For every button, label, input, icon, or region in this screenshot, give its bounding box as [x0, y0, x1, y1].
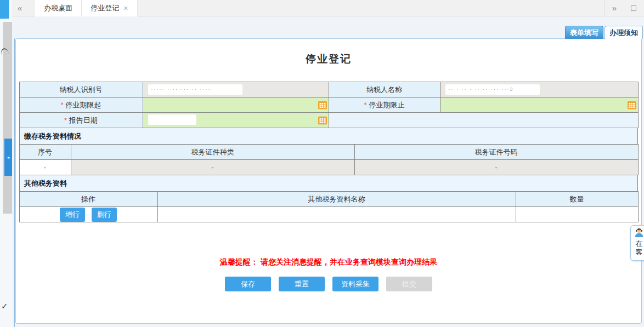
- reminder-prefix: 温馨提醒：: [220, 257, 258, 266]
- taxpayer-name-value: ·· · ·· · ·· ······ ···3: [445, 84, 540, 95]
- cell-cert-number: -: [354, 160, 638, 175]
- delete-row-button[interactable]: 删行: [92, 208, 117, 222]
- tab-suspension-registration[interactable]: 停业登记 ×: [82, 0, 137, 16]
- tab-handling-notice[interactable]: 办理须知: [605, 26, 643, 39]
- collapse-tabs-icon[interactable]: «: [18, 0, 22, 16]
- col-header-material-name: 其他税务资料名称: [157, 192, 516, 207]
- add-row-button[interactable]: 增行: [60, 208, 85, 222]
- taxpayer-id-cell: ····· ··········· ····: [143, 82, 329, 97]
- taxpayer-id-value: ····· ··········· ····: [148, 84, 242, 95]
- cell-cert-type: -: [71, 160, 354, 175]
- required-mark: *: [61, 101, 64, 109]
- collect-materials-button[interactable]: 资料采集: [332, 277, 379, 291]
- calendar-icon[interactable]: [318, 116, 327, 124]
- expand-tabs-icon[interactable]: »: [612, 3, 617, 13]
- report-date-input[interactable]: [143, 113, 329, 128]
- form-panel: 停业登记 纳税人识别号 ····· ··········· ···· 纳税人名称…: [15, 38, 642, 324]
- taxpayer-id-label: 纳税人识别号: [19, 82, 143, 97]
- table-row: 增行 删行: [19, 207, 638, 222]
- col-header-seq: 序号: [19, 145, 71, 160]
- top-tab-bar: « 办税桌面 停业登记 × »: [12, 0, 644, 16]
- panel-tab-row: 表单填写 办理须知: [565, 26, 643, 39]
- suspend-start-input[interactable]: [143, 97, 329, 113]
- left-arrow-icon: ◄: [7, 156, 10, 159]
- tab-form-fill[interactable]: 表单填写: [565, 26, 603, 39]
- customer-service-avatar-icon: [634, 227, 644, 237]
- suspend-end-label: *停业期限止: [329, 97, 440, 113]
- report-date-value: [148, 114, 196, 125]
- col-header-cert-type: 税务证件种类: [71, 145, 354, 160]
- service-label-char-2: 客: [632, 248, 644, 257]
- col-header-cert-number: 税务证件号码: [354, 145, 638, 160]
- label-text: 停业期限起: [65, 101, 101, 109]
- taxpayer-info-table: 纳税人识别号 ····· ··········· ···· 纳税人名称 ·· ·…: [19, 82, 639, 128]
- reset-button[interactable]: 重置: [279, 277, 325, 291]
- calendar-icon[interactable]: [318, 101, 327, 109]
- check-icon: ✓: [1, 301, 8, 311]
- close-icon[interactable]: ×: [123, 0, 128, 16]
- left-rail: ◄ ✓: [0, 0, 12, 327]
- app-screen: ◄ ✓ « 办税桌面 停业登记 × » 表单填写 办理须知 停业登记 纳税人识别…: [0, 0, 644, 327]
- label-text: 停业期限止: [369, 101, 404, 109]
- calendar-icon[interactable]: [628, 101, 636, 109]
- section-other-materials: 其他税务资料: [19, 175, 638, 192]
- action-button-row: 保存 重置 资料采集 提交: [16, 277, 641, 291]
- panel-edge-line: [14, 38, 15, 327]
- cell-seq: -: [19, 160, 71, 175]
- label-text: 报告日期: [69, 116, 98, 124]
- reminder-message: 温馨提醒： 请您关注消息提醒，并在业务查询模块查询办理结果: [16, 257, 641, 267]
- taxpayer-name-label: 纳税人名称: [329, 82, 440, 97]
- tab-tax-desktop[interactable]: 办税桌面: [35, 0, 82, 16]
- tab-label: 停业登记: [91, 0, 119, 16]
- cell-operation: 增行 删行: [19, 207, 157, 222]
- taxpayer-name-cell: ·· · ·· · ·· ······ ···3: [440, 82, 638, 97]
- rail-blue-block: [0, 0, 9, 19]
- sidebar-collapse-handle[interactable]: ◄: [4, 139, 12, 176]
- section-deposited-certificates: 缴存税务资料情况: [19, 128, 638, 145]
- submit-button[interactable]: 提交: [386, 277, 432, 291]
- reminder-text: 请您关注消息提醒，并在业务查询模块查询办理结果: [261, 257, 437, 266]
- suspend-start-label: *停业期限起: [19, 97, 143, 113]
- service-label-char-1: 在: [632, 239, 644, 248]
- col-header-quantity: 数量: [516, 192, 638, 207]
- certificates-table: 序号 税务证件种类 税务证件号码 - - -: [19, 144, 639, 175]
- required-mark: *: [364, 101, 367, 109]
- window-icon[interactable]: [631, 5, 636, 11]
- empty-cell: [329, 113, 638, 128]
- page-title: 停业登记: [16, 52, 641, 66]
- save-button[interactable]: 保存: [225, 277, 271, 291]
- cell-quantity[interactable]: [516, 207, 638, 222]
- col-header-operation: 操作: [19, 192, 157, 207]
- table-row: - - -: [19, 160, 638, 175]
- other-materials-table: 操作 其他税务资料名称 数量 增行 删行: [19, 191, 639, 222]
- suspend-end-input[interactable]: [440, 97, 638, 113]
- report-date-label: *报告日期: [19, 113, 143, 128]
- required-mark: *: [64, 117, 67, 124]
- cell-material-name[interactable]: [157, 207, 516, 222]
- tab-label: 办税桌面: [44, 4, 72, 12]
- topbar-right-controls: »: [604, 0, 644, 16]
- online-service-widget[interactable]: 在 客: [630, 225, 644, 261]
